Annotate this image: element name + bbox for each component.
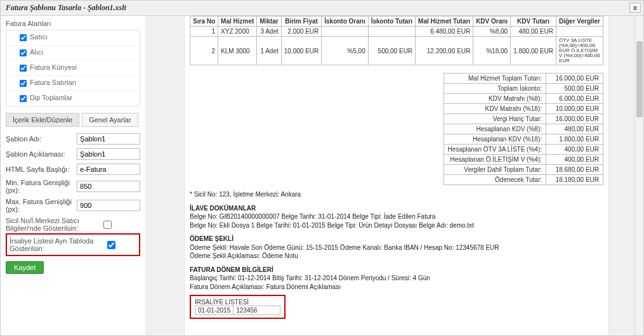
ilave-line: Belge No: GIB20140000000007 Belge Tarihi… (190, 212, 603, 221)
tab-content[interactable]: İçerik Ekle/Düzenle (6, 113, 79, 127)
totals-table: Mal Hizmet Toplam Tutarı:16.000,00 EURTo… (444, 73, 603, 185)
totals-row: KDV Matrahı (%8):6.000,00 EUR (444, 94, 603, 104)
ilave-header: İLAVE DOKÜMANLAR (190, 204, 603, 213)
totals-value: 16.000,00 EUR (546, 114, 603, 124)
cell-sira: 1 (190, 27, 218, 37)
tree-checkbox[interactable] (20, 49, 27, 56)
odeme-line: Ödeme Şekli: Havale Son Ödeme Günü: 15-1… (190, 243, 603, 252)
totals-row: Ödenecek Tutar:18.180,00 EUR (444, 175, 603, 185)
odeme-header: ÖDEME ŞEKLİ (190, 235, 603, 243)
irsaliye-checkbox-label: İrsaliye Listesi Ayrı Tabloda Gösterilsi… (10, 237, 105, 252)
cell-iskTut (368, 27, 415, 37)
tree-checkbox[interactable] (20, 95, 27, 102)
cell-mal: KLM 3000 (218, 37, 257, 65)
cell-kdvTut: 480,00 EUR (511, 27, 556, 37)
tree-item[interactable]: Fatura Künyesi (6, 61, 140, 76)
totals-key: Ödenecek Tutar: (444, 175, 546, 185)
totals-value: 1.800,00 EUR (546, 134, 603, 145)
min-width-label: Min. Fatura Genişliği (px): (6, 179, 77, 194)
totals-key: Mal Hizmet Toplam Tutarı: (444, 74, 546, 84)
cell-kdvTut: 1.800,00 EUR (511, 37, 556, 65)
col-diger: Diğer Vergiler (556, 16, 603, 27)
tree-label: Fatura Satırları (30, 79, 76, 86)
col-birim: Birim Fiyat (281, 16, 321, 27)
tree-item[interactable]: Fatura Satırları (6, 76, 140, 91)
window-titlebar: Fatura Şablonu Tasarla - Şablon1.xslt x (1, 1, 643, 16)
cell-malTut: 12.200,00 EUR (416, 37, 473, 65)
html-title-input[interactable] (77, 164, 140, 175)
ilave-block: İLAVE DOKÜMANLAR Belge No: GIB2014000000… (190, 204, 603, 230)
totals-value: 10.000,00 EUR (546, 104, 603, 114)
items-table: Sıra No Mal Hizmet Miktar Birim Fiyat İs… (190, 16, 603, 65)
tree-checkbox[interactable] (20, 80, 27, 87)
totals-key: Vergi Hariç Tutar: (444, 114, 546, 124)
cell-miktar: 1 Adet (257, 37, 281, 65)
donem-block: FATURA DÖNEM BİLGİLERİ Başlangıç Tarihi:… (190, 266, 603, 292)
totals-key: Hesaplanan KDV (%8): (444, 124, 546, 134)
sicil-note: * Sicil No: 123, İşletme Merkezi: Ankara (190, 190, 603, 199)
cell-iskOran: %5,00 (322, 37, 368, 65)
totals-value: 18.180,00 EUR (546, 175, 603, 185)
max-width-input[interactable] (77, 200, 140, 211)
template-desc-input[interactable] (77, 148, 140, 160)
invoice-preview: Sıra No Mal Hizmet Miktar Birim Fiyat İs… (184, 16, 609, 335)
cell-sira: 2 (190, 37, 218, 65)
table-row: 1XYZ 20003 Adet2.000 EUR6.480,00 EUR%8,0… (190, 27, 603, 37)
tree-label: Satıcı (30, 33, 48, 41)
irsaliye-checkbox[interactable] (107, 241, 115, 249)
cell-diger: ÖTV 3A LİSTE (%4,00)=400,00 EUR Ö.İLETİŞ… (556, 37, 603, 65)
scrollbar-thumb[interactable] (636, 41, 643, 117)
col-miktar: Miktar (257, 16, 281, 27)
window-title: Fatura Şablonu Tasarla - Şablon1.xslt (6, 3, 126, 12)
cell-miktar: 3 Adet (257, 27, 281, 37)
totals-row: Vergi Hariç Tutar:16.000,00 EUR (444, 114, 603, 124)
col-maltut: Mal Hizmet Tutarı (416, 16, 473, 27)
template-name-input[interactable] (77, 133, 140, 145)
close-button[interactable]: x (629, 3, 641, 13)
tab-general[interactable]: Genel Ayarlar (82, 113, 138, 127)
template-desc-label: Şablon Açıklaması: (6, 150, 77, 158)
donem-line: Fatura Dönem Açıklaması: Fatura Dönemi A… (190, 283, 603, 292)
totals-row: Hesaplanan KDV (%18):1.800,00 EUR (444, 134, 603, 145)
min-width-input[interactable] (77, 181, 140, 192)
tree-item[interactable]: Satıcı (6, 30, 140, 46)
tree-checkbox[interactable] (20, 65, 27, 72)
totals-row: Vergiler Dahil Toplam Tutar:18.680,00 EU… (444, 165, 603, 175)
save-button[interactable]: Kaydet (6, 261, 44, 274)
totals-value: 400,00 EUR (546, 145, 603, 155)
totals-row: Hesaplanan Ö.İLETİŞİM V (%4):400,00 EUR (444, 155, 603, 165)
totals-row: Hesaplanan KDV (%8):480,00 EUR (444, 124, 603, 134)
cell-iskTut: 500,00 EUR (368, 37, 415, 65)
sicil-checkbox-label: Sicil No/İ.Merkezi Satıcı Bilgileri'nde … (6, 217, 101, 232)
col-kdvtut: KDV Tutarı (511, 16, 556, 27)
max-width-label: Max. Fatura Genişliği (px): (6, 198, 77, 213)
totals-key: KDV Matrahı (%8): (444, 94, 546, 104)
cell-kdvOran: %8,00 (473, 27, 511, 37)
fields-header: Fatura Alanları (6, 20, 140, 27)
totals-row: Hesaplanan ÖTV 3A LİSTE (%4):400,00 EUR (444, 145, 603, 155)
settings-tabs: İçerik Ekle/Düzenle Genel Ayarlar (6, 113, 140, 127)
col-iskoran: İskonto Oranı (322, 16, 368, 27)
template-name-label: Şablon Adı: (6, 135, 77, 143)
totals-value: 500,00 EUR (546, 84, 603, 94)
totals-key: Hesaplanan Ö.İLETİŞİM V (%4): (444, 155, 546, 165)
tree-item[interactable]: Dip Toplamlar (6, 91, 140, 106)
irsaliye-no: 123456 (233, 306, 260, 314)
tree-label: Alıcı (30, 48, 43, 56)
tree-checkbox[interactable] (20, 34, 27, 41)
designer-window: Fatura Şablonu Tasarla - Şablon1.xslt x … (0, 0, 644, 336)
cell-diger (556, 27, 603, 37)
cell-birim: 10.000 EUR (281, 37, 321, 65)
odeme-line: Ödeme Şekli Açıklaması: Ödeme Notu (190, 252, 603, 261)
settings-panel: Fatura Alanları Satıcı Alıcı Fatura Küny… (1, 16, 146, 335)
irsaliye-header: İRSALİYE LİSTESİ (195, 299, 280, 306)
html-title-label: HTML Sayfa Başlığı: (6, 165, 77, 173)
sicil-checkbox[interactable] (103, 221, 112, 229)
col-isktut: İskonto Tutarı (368, 16, 415, 27)
tree-item[interactable]: Alıcı (6, 46, 140, 61)
col-kdvoran: KDV Oranı (473, 16, 511, 27)
totals-key: Hesaplanan KDV (%18): (444, 134, 546, 145)
preview-scrollbar[interactable] (634, 16, 643, 335)
totals-value: 16.000,00 EUR (546, 74, 603, 84)
donem-header: FATURA DÖNEM BİLGİLERİ (190, 266, 603, 275)
